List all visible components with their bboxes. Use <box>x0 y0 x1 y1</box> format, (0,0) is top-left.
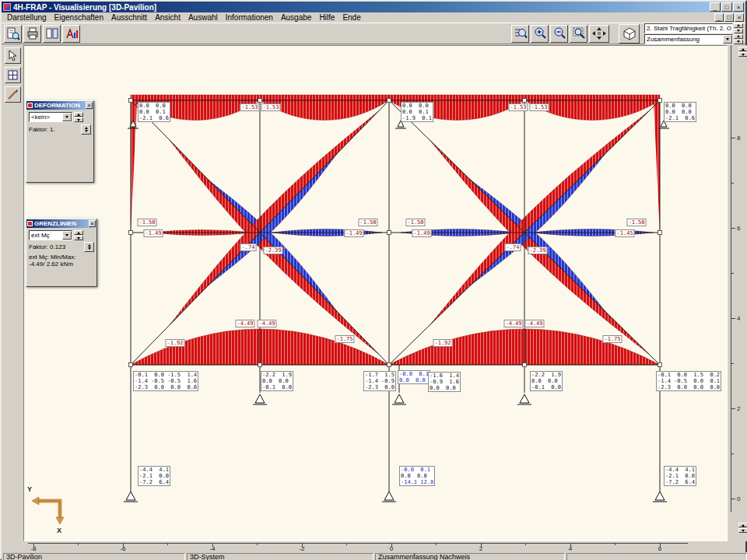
result-up-button[interactable] <box>734 34 743 39</box>
zoom-in-button[interactable] <box>531 25 549 43</box>
vertical-scroll-up-group <box>738 47 747 57</box>
deformation-dropdown-icon[interactable] <box>62 113 72 121</box>
zoom-fit-icon <box>572 26 586 40</box>
close-button[interactable]: × <box>733 2 744 12</box>
node-values-box: -1.7 1.5-1.4 -0.9-2.3 0.0 <box>363 371 396 391</box>
moment-value-label: -2.39 <box>263 247 282 254</box>
deformation-mode-select[interactable]: <kein> <box>29 112 72 122</box>
grenzlinien-up-button[interactable] <box>74 230 83 235</box>
moment-value-label: -.74 <box>505 243 521 251</box>
y-axis-label: Y <box>27 485 32 493</box>
grenzlinien-palette-titlebar[interactable]: GRENZLINIEN × <box>26 219 96 228</box>
menu-darstellung[interactable]: Darstellung <box>3 12 51 23</box>
moment-value-label: -1.49 <box>143 229 163 237</box>
menu-informationen[interactable]: Informationen <box>222 12 277 23</box>
drawing-canvas[interactable]: DEFORMATION × <kein> Faktor: 1. <box>23 45 728 541</box>
grenzlinien-mode-select[interactable]: ext Mç <box>29 230 72 240</box>
grenzlinien-factor-spinner[interactable] <box>84 242 94 252</box>
cube-3d-icon <box>621 26 638 41</box>
palette-icon <box>27 103 33 108</box>
ruler-tick-minor <box>525 543 526 545</box>
loadcase-up-button[interactable] <box>734 23 743 28</box>
zoom-select-button[interactable] <box>511 25 529 43</box>
plot-stats-button[interactable] <box>62 25 80 43</box>
scroll-up-button-2[interactable] <box>738 523 747 527</box>
moment-value-label: -1.50 <box>405 219 425 226</box>
select-tool-button[interactable] <box>5 47 21 64</box>
loadcase-down-button[interactable] <box>734 29 743 33</box>
page-layout-button[interactable] <box>43 25 61 43</box>
deformation-up-button[interactable] <box>74 112 83 117</box>
print-button[interactable] <box>23 25 41 43</box>
scroll-up-button[interactable] <box>738 47 747 51</box>
view-3d-button[interactable] <box>619 24 640 44</box>
palette-icon <box>27 221 33 226</box>
result-select[interactable]: Zusammenfassung <box>644 34 733 44</box>
ruler-tick-minor <box>436 543 437 545</box>
menu-ausgabe[interactable]: Ausgabe <box>277 12 315 23</box>
menu-hilfe[interactable]: Hilfe <box>315 12 338 23</box>
node-values-box: -2.2 1.90.0 0.0-0.1 0.0 <box>261 371 293 391</box>
menu-eigenschaften[interactable]: Eigenschaften <box>51 12 107 23</box>
left-toolbar <box>2 44 23 541</box>
ruler-tick <box>731 318 735 319</box>
ruler-label: 2 <box>737 405 740 412</box>
deformation-factor-spinner[interactable] <box>81 124 91 135</box>
menu-ansicht[interactable]: Ansicht <box>151 12 184 23</box>
deformation-palette-title: DEFORMATION <box>34 102 80 109</box>
structure-drawing <box>24 46 727 541</box>
child-restore-button[interactable]: □ <box>724 13 734 22</box>
scroll-down-button[interactable] <box>738 52 747 57</box>
menu-auswahl[interactable]: Auswahl <box>184 12 222 23</box>
moment-diagrams <box>131 95 660 365</box>
grenzlinien-palette: GRENZLINIEN × ext Mç Faktor: 0.123 ext M… <box>26 219 97 287</box>
zoom-fit-button[interactable] <box>570 25 587 43</box>
bottom-ruler: -8-6-4-20246 <box>23 541 728 552</box>
moment-value-label: -1.45 <box>615 229 634 237</box>
ruler-label: -4 <box>209 545 215 552</box>
grenzlinien-factor-label: Faktor: 0.123 <box>29 243 65 250</box>
menu-ende[interactable]: Ende <box>338 12 364 23</box>
moment-value-label: -1.50 <box>137 219 156 226</box>
maximize-button[interactable]: □ <box>721 2 732 12</box>
loadcase-dropdown-icon[interactable] <box>731 24 733 33</box>
zoom-in-icon <box>533 26 547 40</box>
ruler-tick-minor <box>615 543 615 545</box>
deformation-mode-value: <kein> <box>31 114 50 121</box>
moment-value-label: -1.50 <box>358 219 377 226</box>
node-values-box: 0.0 0.00.0 0.1-2.1 0.6 <box>138 102 170 122</box>
deformation-palette-titlebar[interactable]: DEFORMATION × <box>26 101 93 110</box>
toolbar: 2. Stahl Tragfähigkeit (Th. 2. O Zusamme… <box>2 23 745 44</box>
grenzlinien-down-button[interactable] <box>74 236 83 240</box>
child-minimize-button[interactable]: _ <box>714 13 724 22</box>
moment-value-label: -1.53 <box>508 103 528 111</box>
node-values-box: -1.6 1.4-0.9 1.60.0 0.0 <box>428 372 461 392</box>
ruler-tick <box>731 408 735 409</box>
pan-arrows-icon <box>591 26 608 41</box>
ruler-label: -8 <box>30 545 36 552</box>
ruler-label: 8 <box>737 135 740 142</box>
loadcase-select[interactable]: 2. Stahl Tragfähigkeit (Th. 2. O <box>644 23 733 33</box>
pan-control[interactable] <box>589 25 609 43</box>
deformation-down-button[interactable] <box>74 117 83 122</box>
result-down-button[interactable] <box>734 40 743 44</box>
grenzlinien-dropdown-icon[interactable] <box>62 231 72 240</box>
pan-tool-button[interactable] <box>5 67 21 83</box>
grenzlinien-palette-close-button[interactable]: × <box>89 220 96 227</box>
vertical-ruler-line <box>731 45 731 512</box>
info-tool-button[interactable] <box>5 86 21 103</box>
minimize-button[interactable]: _ <box>710 2 721 12</box>
moment-value-label: -4.49 <box>524 320 544 327</box>
child-close-button[interactable]: × <box>735 13 744 22</box>
zoom-out-button[interactable] <box>550 25 568 43</box>
scroll-down-button-2[interactable] <box>738 528 747 533</box>
result-dropdown-icon[interactable] <box>723 35 732 44</box>
report-preview-button[interactable] <box>4 25 22 43</box>
moment-value-label: -1.49 <box>344 229 363 237</box>
ruler-tick-minor <box>78 543 79 545</box>
moment-value-label: -4.49 <box>257 320 276 327</box>
menu-ausschnitt[interactable]: Ausschnitt <box>107 12 151 23</box>
ruler-tick <box>731 228 735 229</box>
deformation-palette-close-button[interactable]: × <box>86 102 93 109</box>
statusbar: 3D-Pavilion 3D-System Zusammenfassung Na… <box>2 552 747 560</box>
